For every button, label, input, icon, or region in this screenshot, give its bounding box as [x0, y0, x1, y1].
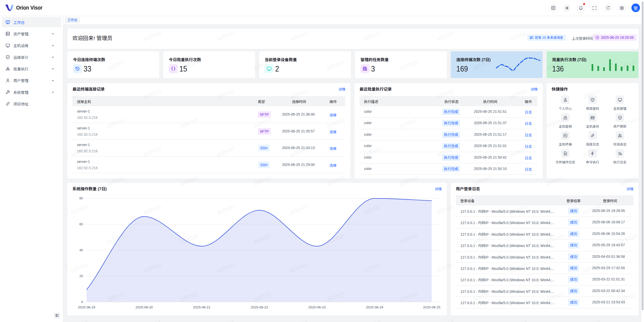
svg-text:2025-06-20: 2025-06-20 — [135, 305, 153, 309]
svg-text:2025-06-22: 2025-06-22 — [251, 305, 268, 309]
svg-text:60: 60 — [79, 222, 83, 226]
svg-text:2025-06-25: 2025-06-25 — [423, 305, 440, 309]
svg-text:2025-06-19: 2025-06-19 — [78, 305, 95, 309]
svg-text:0: 0 — [81, 300, 83, 304]
svg-text:2025-06-23: 2025-06-23 — [308, 305, 326, 309]
svg-text:20: 20 — [79, 274, 83, 278]
svg-text:40: 40 — [79, 248, 83, 252]
svg-text:80: 80 — [79, 196, 83, 200]
svg-text:2025-06-21: 2025-06-21 — [193, 305, 210, 309]
svg-text:2025-06-24: 2025-06-24 — [366, 305, 383, 309]
